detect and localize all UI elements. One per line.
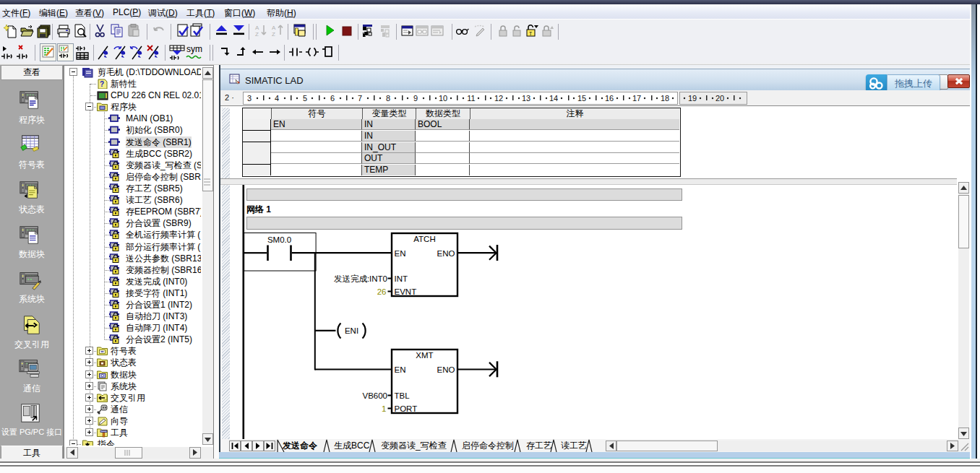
svg-text:TBL: TBL [395, 391, 411, 400]
svg-text:3: 3 [247, 94, 252, 103]
svg-text:8: 8 [386, 94, 390, 103]
svg-text:6: 6 [330, 94, 335, 103]
svg-text:A: A [255, 25, 259, 31]
svg-text:?: ? [100, 80, 104, 88]
svg-text:11: 11 [467, 94, 475, 103]
svg-text:16: 16 [605, 94, 614, 103]
svg-text:Z: Z [272, 31, 275, 38]
svg-text:26: 26 [377, 287, 387, 296]
svg-text:13: 13 [522, 94, 530, 103]
svg-text:19: 19 [688, 94, 697, 103]
svg-text:15: 15 [577, 94, 586, 103]
svg-text:17: 17 [632, 94, 641, 103]
svg-text:ENI: ENI [345, 326, 358, 335]
svg-text:Z: Z [255, 31, 259, 38]
svg-text:1: 1 [382, 404, 386, 413]
svg-text:7: 7 [358, 94, 362, 103]
svg-text:VB600: VB600 [362, 391, 387, 400]
svg-text:ATCH: ATCH [413, 235, 435, 243]
svg-text:10: 10 [439, 94, 447, 103]
svg-text:XMT: XMT [416, 351, 433, 360]
svg-text:20: 20 [715, 94, 724, 103]
svg-text:ENO: ENO [437, 365, 455, 374]
svg-text:18: 18 [661, 94, 669, 103]
svg-text:EN: EN [395, 365, 406, 374]
svg-text:INT: INT [395, 274, 408, 283]
svg-text:ENO: ENO [437, 249, 455, 258]
svg-text:发送完成:INT0: 发送完成:INT0 [334, 274, 387, 283]
svg-text:SM0.0: SM0.0 [267, 235, 291, 244]
svg-text:4: 4 [275, 94, 279, 103]
svg-text:T: T [529, 31, 533, 36]
svg-text:EVNT: EVNT [395, 287, 417, 296]
svg-text:A: A [272, 25, 276, 31]
svg-text:5: 5 [303, 94, 307, 103]
svg-text:PORT: PORT [395, 404, 418, 413]
svg-text:14: 14 [549, 94, 558, 103]
svg-text:9: 9 [413, 94, 418, 103]
svg-text:EN: EN [395, 249, 406, 258]
svg-text:12: 12 [494, 94, 503, 103]
